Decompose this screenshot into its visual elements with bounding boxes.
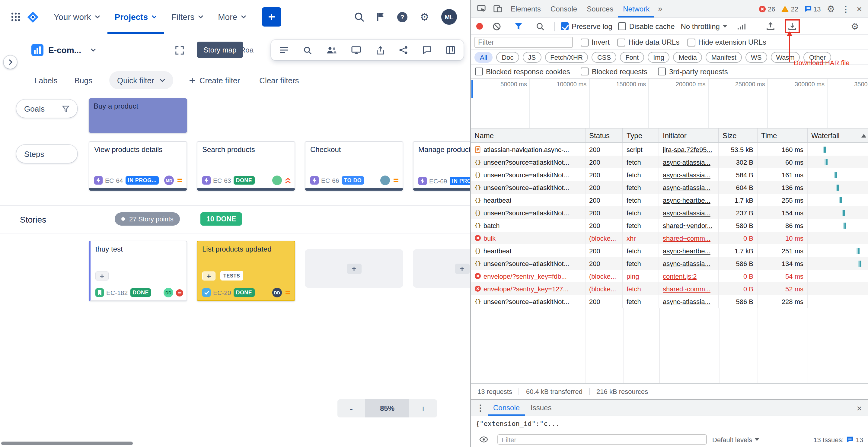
import-har-icon[interactable]	[763, 22, 779, 31]
issue-key[interactable]: EC-66	[321, 177, 339, 184]
assignee-avatar[interactable]: MD	[164, 175, 174, 185]
checkbox-icon[interactable]	[618, 22, 626, 30]
network-request-row[interactable]: envelope/?sentry_key=fdb...(blocke...pin…	[471, 269, 868, 282]
quick-filter-button[interactable]: Quick filter	[109, 71, 174, 89]
blocked-requests-checkbox[interactable]: Blocked requests	[581, 67, 647, 76]
assignee-avatar[interactable]	[380, 175, 390, 185]
search-icon[interactable]	[354, 11, 365, 22]
app-switcher-icon[interactable]	[7, 12, 24, 22]
share-icon[interactable]	[399, 46, 408, 54]
add-button[interactable]	[95, 272, 108, 281]
column-header-time[interactable]: Time	[757, 128, 808, 142]
nav-item-your-work[interactable]: Your work	[46, 0, 107, 34]
label-chip[interactable]: TESTS	[220, 271, 243, 281]
errors-badge[interactable]: 26	[756, 5, 778, 12]
column-header-name[interactable]: Name	[471, 128, 586, 142]
issue-key[interactable]: EC-182	[106, 289, 128, 296]
initiator-link[interactable]: async-atlassia...	[663, 158, 710, 166]
blocked-cookies-checkbox[interactable]: Blocked response cookies	[475, 67, 570, 76]
issue-key[interactable]: EC-63	[213, 177, 231, 184]
user-avatar[interactable]: ML	[441, 9, 457, 25]
initiator-link[interactable]: jira-spa.72fe95...	[663, 146, 712, 153]
console-log-line[interactable]: {"extension_id":"c...	[471, 416, 868, 431]
log-levels-select[interactable]: Default levels	[712, 436, 760, 443]
initiator-link[interactable]: shared~comm...	[663, 234, 710, 242]
preserve-log-checkbox[interactable]: Preserve log	[561, 22, 612, 30]
eye-icon[interactable]	[476, 436, 492, 443]
labels-filter[interactable]: Labels	[34, 76, 58, 85]
more-tabs-icon[interactable]: »	[654, 4, 666, 13]
initiator-link[interactable]: shared~comm...	[663, 285, 710, 292]
horizontal-scrollbar[interactable]	[1, 442, 133, 445]
project-name[interactable]: E-com...	[48, 45, 81, 55]
column-header-type[interactable]: Type	[623, 128, 659, 142]
tab-console[interactable]: Console	[546, 0, 582, 18]
record-button[interactable]	[476, 23, 483, 30]
network-request-row[interactable]: {}unseen?source=atlaskitNot...200fetchas…	[471, 295, 868, 308]
drawer-tab-issues[interactable]: Issues	[525, 400, 557, 416]
network-request-row[interactable]: {}unseen?source=atlaskitNot...200fetchas…	[471, 168, 868, 181]
filter-chip-manifest[interactable]: Manifest	[706, 52, 742, 62]
gear-icon[interactable]: ⚙	[420, 12, 430, 22]
filter-funnel-icon[interactable]	[511, 22, 526, 30]
network-request-row[interactable]: {}heartbeat200fetchasync-heartbe...1.7 k…	[471, 194, 868, 206]
network-request-row[interactable]: {}batch200fetchshared~vendor...580 B86 m…	[471, 219, 868, 232]
column-header-size[interactable]: Size	[719, 128, 757, 142]
filter-chip-media[interactable]: Media	[673, 52, 702, 62]
network-request-row[interactable]: {}heartbeat200fetchasync-heartbe...1.7 k…	[471, 244, 868, 257]
export-icon[interactable]	[376, 45, 384, 55]
initiator-link[interactable]: async-atlassia...	[663, 298, 710, 305]
drawer-tab-console[interactable]: Console	[488, 400, 525, 416]
comment-icon[interactable]	[423, 46, 432, 54]
initiator-link[interactable]: async-heartbe...	[663, 196, 710, 203]
search-icon[interactable]	[532, 22, 548, 30]
column-header-initiator[interactable]: Initiator	[659, 128, 719, 142]
nav-item-projects[interactable]: Projects	[107, 0, 164, 34]
filter-chip-font[interactable]: Font	[620, 52, 644, 62]
initiator-link[interactable]: content.js:2	[663, 273, 697, 280]
initiator-link[interactable]: async-heartbe...	[663, 247, 710, 254]
goals-pill[interactable]: Goals	[16, 99, 77, 118]
story-card-yellow[interactable]: List products updated TESTS EC-20 DONE D…	[197, 241, 295, 301]
filter-chip-js[interactable]: JS	[523, 52, 541, 62]
help-icon[interactable]: ?	[397, 11, 408, 23]
invert-checkbox[interactable]: Invert	[581, 38, 610, 46]
warnings-badge[interactable]: 22	[779, 5, 801, 12]
filter-chip-doc[interactable]: Doc	[496, 52, 519, 62]
initiator-link[interactable]: async-atlassia...	[663, 184, 710, 191]
hide-extension-urls-checkbox[interactable]: Hide extension URLs	[687, 38, 766, 46]
checkbox-icon[interactable]	[581, 38, 589, 46]
create-button[interactable]	[262, 7, 281, 27]
network-conditions-icon[interactable]	[734, 23, 750, 30]
list-icon[interactable]	[279, 46, 288, 54]
network-overview-timeline[interactable]: 50000 ms100000 ms150000 ms200000 ms25000…	[471, 79, 868, 128]
inspect-element-icon[interactable]	[473, 4, 490, 13]
column-header-waterfall[interactable]: Waterfall	[808, 128, 868, 142]
filter-chip-all[interactable]: All	[474, 52, 493, 62]
network-request-row[interactable]: envelope/?sentry_key=127...(blocke...fet…	[471, 282, 868, 295]
devtools-menu-icon[interactable]: ⋮	[838, 4, 853, 13]
devtools-close-icon[interactable]: ×	[853, 4, 866, 14]
checkbox-icon[interactable]	[687, 38, 695, 46]
clear-button[interactable]	[489, 22, 505, 30]
filter-chip-ws[interactable]: WS	[745, 52, 767, 62]
flag-icon[interactable]	[377, 12, 384, 22]
chevron-down-icon[interactable]	[91, 48, 96, 52]
zoom-icon[interactable]	[303, 45, 312, 55]
network-request-row[interactable]: {}unseen?source=atlaskitNot...200fetchas…	[471, 181, 868, 194]
step-card[interactable]: Manage productsEC-69IN PROG...	[413, 141, 470, 191]
assignee-avatar[interactable]: DD	[272, 288, 282, 297]
initiator-link[interactable]: async-atlassia...	[663, 171, 710, 178]
hide-data-urls-checkbox[interactable]: Hide data URLs	[618, 38, 679, 46]
download-har-icon[interactable]	[788, 22, 797, 31]
step-card[interactable]: CheckoutEC-66TO DO	[305, 141, 403, 191]
step-card[interactable]: Search productsEC-63DONE	[197, 141, 295, 191]
people-icon[interactable]	[327, 46, 337, 54]
drawer-close-icon[interactable]: ×	[853, 403, 866, 413]
initiator-link[interactable]: async-atlassia...	[663, 260, 710, 267]
board-icon[interactable]	[446, 46, 455, 54]
initiator-link[interactable]: shared~vendor...	[663, 222, 713, 229]
steps-pill[interactable]: Steps	[16, 145, 77, 163]
checkbox-icon[interactable]	[658, 68, 666, 75]
tab-sources[interactable]: Sources	[582, 0, 618, 18]
